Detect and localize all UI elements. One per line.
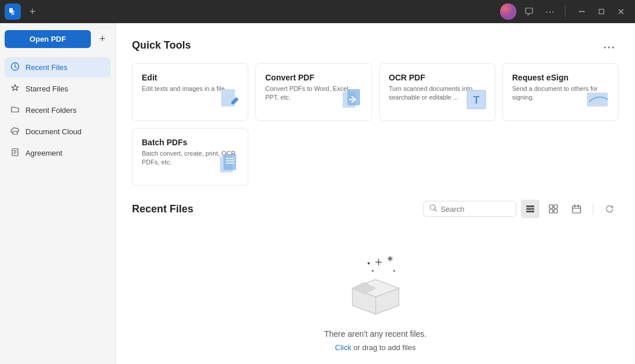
sidebar-item-recent-folders[interactable]: Recent Folders [5, 100, 111, 120]
refresh-button[interactable] [600, 200, 619, 218]
sidebar-item-recent-files[interactable]: Recent Files [5, 57, 111, 78]
recent-files-controls [423, 200, 619, 218]
svg-rect-30 [526, 208, 534, 210]
svg-rect-35 [554, 209, 557, 213]
tool-title-ocr: OCR PDF [389, 73, 486, 82]
svg-rect-1 [11, 10, 14, 15]
search-icon [430, 204, 437, 214]
sidebar-add-button[interactable]: + [94, 31, 111, 47]
avatar [500, 3, 516, 20]
svg-rect-18 [347, 89, 360, 105]
sidebar-item-agreement[interactable]: Agreement [5, 143, 111, 163]
quick-tools-header: Quick Tools [132, 37, 619, 54]
content-area: Quick Tools Edit Edit texts and images i… [116, 23, 635, 364]
empty-click-link[interactable]: Click [335, 343, 351, 352]
quick-tools-title: Quick Tools [132, 39, 191, 52]
empty-message: There aren't any recent files. [324, 329, 427, 339]
svg-rect-33 [554, 205, 557, 208]
sidebar-item-label: Recent Folders [25, 106, 76, 115]
sidebar-item-label: Starred Files [25, 84, 68, 93]
view-separator [593, 203, 593, 215]
svg-point-48 [372, 270, 373, 272]
sidebar-item-label: Recent Files [25, 63, 67, 72]
svg-point-15 [612, 47, 614, 49]
svg-rect-34 [549, 209, 553, 213]
document-cloud-icon [10, 126, 20, 137]
maximize-button[interactable] [592, 3, 611, 20]
svg-rect-3 [579, 11, 585, 12]
esign-tool-icon [586, 88, 611, 113]
tool-title-esign: Request eSign [512, 73, 609, 82]
quick-tools-more-button[interactable] [599, 37, 619, 54]
main-layout: Open PDF + Recent Files Star [0, 23, 635, 364]
svg-rect-21 [587, 93, 608, 106]
sidebar-item-starred-files[interactable]: Starred Files [5, 79, 111, 99]
svg-text:T: T [473, 94, 479, 106]
tool-card-ocr[interactable]: OCR PDF Turn scanned documents into sear… [379, 63, 495, 121]
close-button[interactable] [612, 3, 630, 20]
tool-title-convert: Convert PDF [265, 73, 362, 82]
window-controls [572, 3, 630, 20]
sidebar-item-document-cloud[interactable]: Document Cloud [5, 122, 111, 142]
agreement-icon [10, 148, 20, 159]
empty-action-end: to add files [379, 343, 416, 352]
recent-files-header: Recent Files [132, 200, 619, 218]
svg-line-28 [435, 209, 436, 211]
calendar-view-button[interactable] [567, 200, 586, 218]
sidebar-nav: Recent Files Starred Files Recent Folder… [5, 57, 111, 163]
minimize-button[interactable] [572, 3, 591, 20]
batch-tool-icon [219, 153, 241, 178]
app-icon [5, 3, 21, 20]
sidebar-top-row: Open PDF + [5, 30, 111, 48]
tool-title-edit: Edit [142, 73, 238, 82]
svg-rect-29 [526, 205, 534, 207]
titlebar: + ⋯ [0, 0, 635, 23]
search-input[interactable] [441, 205, 510, 214]
tool-card-edit[interactable]: Edit Edit texts and images in a file. [132, 63, 248, 121]
titlebar-left: + [5, 3, 39, 20]
recent-files-icon [10, 62, 20, 73]
svg-rect-31 [526, 211, 534, 212]
titlebar-right: ⋯ [500, 3, 630, 20]
list-view-button[interactable] [521, 200, 539, 218]
sidebar-item-label: Agreement [25, 149, 63, 157]
svg-rect-32 [549, 205, 553, 208]
sidebar: Open PDF + Recent Files Star [0, 23, 116, 364]
convert-tool-icon [342, 88, 365, 113]
svg-point-46 [368, 262, 370, 264]
sidebar-item-label: Document Cloud [25, 127, 82, 136]
search-box[interactable] [423, 201, 516, 217]
tool-card-convert[interactable]: Convert PDF Convert PDFs to Word, Excel,… [255, 63, 372, 121]
svg-point-14 [608, 47, 610, 49]
chat-icon-button[interactable] [521, 3, 537, 20]
empty-action-middle: or drag [351, 343, 379, 352]
more-options-button[interactable]: ⋯ [542, 3, 558, 20]
tool-card-batch[interactable]: Batch PDFs Batch convert, create, print,… [132, 128, 248, 186]
svg-rect-4 [599, 9, 604, 14]
ocr-tool-icon: T [465, 88, 488, 113]
empty-action-text: Click or drag to add files [335, 343, 416, 352]
empty-illustration [341, 251, 410, 320]
tool-title-batch: Batch PDFs [142, 138, 238, 147]
svg-rect-23 [223, 154, 236, 170]
recent-files-title: Recent Files [132, 203, 193, 215]
recent-folders-icon [10, 105, 20, 116]
starred-files-icon [10, 83, 20, 94]
svg-rect-36 [572, 206, 581, 213]
titlebar-separator [565, 6, 566, 17]
svg-rect-8 [13, 131, 17, 134]
open-pdf-button[interactable]: Open PDF [5, 30, 91, 48]
tool-card-esign[interactable]: Request eSign Send a document to others … [502, 63, 619, 121]
edit-tool-icon [219, 88, 241, 113]
svg-point-47 [393, 270, 395, 272]
svg-point-2 [500, 3, 516, 20]
svg-point-13 [604, 47, 606, 49]
new-tab-button[interactable]: + [25, 5, 39, 19]
empty-state: There aren't any recent files. Click or … [132, 227, 619, 364]
dots-icon: ⋯ [545, 6, 555, 17]
grid-view-button[interactable] [544, 200, 563, 218]
